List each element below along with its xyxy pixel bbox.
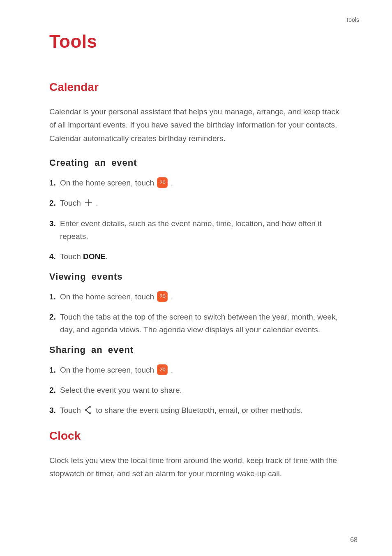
calendar-app-icon: 20: [157, 291, 168, 302]
share-icon: [84, 405, 93, 415]
svg-point-4: [89, 412, 91, 414]
step-text: On the home screen, touch: [60, 366, 156, 374]
step-body: Touch .: [60, 197, 343, 209]
creating-step-1: 1. On the home screen, touch 20 .: [49, 176, 343, 189]
page-number: 68: [350, 536, 357, 544]
viewing-step-1: 1. On the home screen, touch 20 .: [49, 290, 343, 303]
calendar-heading: Calendar: [49, 81, 343, 94]
step-number: 1.: [49, 290, 60, 303]
step-body: On the home screen, touch 20 .: [60, 364, 343, 376]
step-number: 4.: [49, 250, 60, 263]
sharing-event-heading: Sharing an event: [49, 345, 343, 355]
calendar-app-icon: 20: [157, 364, 168, 375]
step-number: 1.: [49, 176, 60, 189]
viewing-events-heading: Viewing events: [49, 271, 343, 282]
sharing-step-1: 1. On the home screen, touch 20 .: [49, 364, 343, 376]
step-text-tail: to share the event using Bluetooth, emai…: [96, 406, 303, 415]
page-title: Tools: [49, 31, 343, 52]
step-number: 2.: [49, 197, 60, 209]
step-text: On the home screen, touch: [60, 178, 156, 187]
calendar-app-icon: 20: [157, 177, 168, 188]
running-header: Tools: [346, 16, 359, 23]
step-text-tail: .: [171, 178, 173, 187]
step-body: On the home screen, touch 20 .: [60, 176, 343, 189]
sharing-step-2: 2. Select the event you want to share.: [49, 384, 343, 396]
step-text-tail: .: [106, 252, 108, 261]
step-number: 3.: [49, 217, 60, 230]
plus-icon: [84, 198, 93, 207]
step-text-tail: .: [171, 366, 173, 374]
step-text: On the home screen, touch: [60, 292, 156, 301]
step-text-tail: .: [96, 199, 98, 207]
creating-step-3: 3. Enter event details, such as the even…: [49, 217, 343, 243]
step-body: Touch DONE.: [60, 250, 343, 263]
step-text-tail: .: [171, 292, 173, 301]
calendar-intro: Calendar is your personal assistant that…: [49, 105, 343, 145]
step-number: 3.: [49, 404, 60, 417]
clock-intro: Clock lets you view the local time from …: [49, 454, 343, 481]
page-container: Tools Tools Calendar Calendar is your pe…: [0, 0, 392, 556]
sharing-step-3: 3. Touch to share the event using Blueto…: [49, 404, 343, 417]
step-number: 1.: [49, 364, 60, 376]
creating-event-heading: Creating an event: [49, 158, 343, 168]
step-body: Touch to share the event using Bluetooth…: [60, 404, 343, 417]
step-text: Touch: [60, 406, 83, 415]
svg-point-3: [85, 409, 87, 411]
step-body: Touch the tabs at the top of the screen …: [60, 310, 343, 336]
creating-step-4: 4. Touch DONE.: [49, 250, 343, 263]
viewing-step-2: 2. Touch the tabs at the top of the scre…: [49, 310, 343, 336]
creating-step-2: 2. Touch .: [49, 197, 343, 209]
clock-heading: Clock: [49, 429, 343, 442]
step-text: Touch: [60, 199, 83, 207]
done-label: DONE: [83, 252, 106, 261]
step-number: 2.: [49, 384, 60, 396]
step-body: Select the event you want to share.: [60, 384, 343, 396]
step-body: On the home screen, touch 20 .: [60, 290, 343, 303]
step-body: Enter event details, such as the event n…: [60, 217, 343, 243]
svg-point-2: [89, 406, 91, 408]
step-number: 2.: [49, 310, 60, 323]
step-text: Touch: [60, 252, 83, 261]
